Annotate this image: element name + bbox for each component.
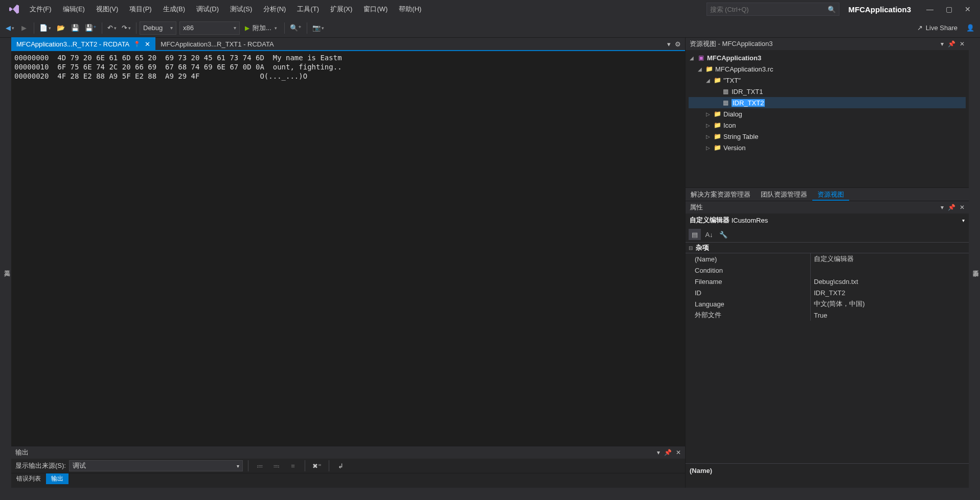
- close-tab-button[interactable]: ✕: [145, 40, 150, 48]
- tree-resource[interactable]: ▦IDR_TXT1: [689, 86, 966, 97]
- tab-dropdown-button[interactable]: ▾: [667, 40, 671, 48]
- right-panel-tab[interactable]: 解决方案资源管理器: [686, 188, 756, 201]
- property-row[interactable]: Language中文(简体，中国): [686, 298, 969, 309]
- panel-pin-button[interactable]: 📌: [948, 40, 955, 47]
- property-value[interactable]: [811, 265, 969, 276]
- account-button[interactable]: 👤: [964, 21, 977, 35]
- output-btn-1[interactable]: ≔: [254, 459, 267, 472]
- editor-tab[interactable]: MFCApplication3...R_TXT2 - RCDATA📍✕: [11, 37, 155, 51]
- right-bottom-tabs: 解决方案资源管理器团队资源管理器资源视图: [686, 187, 969, 201]
- panel-pin-button[interactable]: 📌: [664, 449, 672, 456]
- start-debug-button[interactable]: ▶ 附加... ▾: [241, 23, 281, 33]
- nav-forward-button[interactable]: ▶: [17, 21, 31, 35]
- property-value[interactable]: True: [811, 309, 969, 321]
- right-panel-tab[interactable]: 资源视图: [812, 188, 849, 201]
- panel-pin-button[interactable]: 📌: [948, 204, 955, 211]
- tree-folder-txt[interactable]: ◢📁"TXT": [689, 75, 966, 86]
- menu-item[interactable]: 编辑(E): [58, 3, 90, 16]
- properties-description: (Name): [686, 463, 969, 488]
- properties-panel: 属性 ▾ 📌 ✕ 自定义编辑器 ICustomRes ▾ ▤ A↓ 🔧 ⊟ 杂: [686, 201, 969, 488]
- center-column: MFCApplication3...R_TXT2 - RCDATA📍✕MFCAp…: [11, 38, 685, 488]
- new-item-button[interactable]: 📄▾: [37, 21, 53, 35]
- menu-item[interactable]: 测试(S): [225, 3, 257, 16]
- output-wrap-button[interactable]: ↲: [334, 459, 348, 472]
- panel-close-button[interactable]: ✕: [676, 449, 681, 456]
- save-all-button[interactable]: 💾⁺: [83, 21, 99, 35]
- menu-item[interactable]: 生成(B): [158, 3, 190, 16]
- panel-close-button[interactable]: ✕: [960, 40, 965, 47]
- hex-editor[interactable]: 00000000 4D 79 20 6E 61 6D 65 20 69 73 2…: [11, 51, 685, 446]
- menu-item[interactable]: 文件(F): [25, 3, 57, 16]
- panel-close-button[interactable]: ✕: [960, 204, 965, 211]
- menu-item[interactable]: 调试(D): [191, 3, 224, 16]
- platform-combo[interactable]: x86▾: [179, 21, 240, 35]
- properties-object-combo[interactable]: 自定义编辑器 ICustomRes ▾: [686, 213, 969, 227]
- open-file-button[interactable]: 📂: [54, 21, 67, 35]
- property-value[interactable]: 中文(简体，中国): [811, 298, 969, 309]
- play-icon: ▶: [245, 25, 249, 32]
- redo-button[interactable]: ↷▾: [120, 21, 133, 35]
- output-clear-button[interactable]: ✖⁼: [310, 459, 324, 472]
- diagnostics-strip[interactable]: 诊断工具: [969, 38, 980, 488]
- panel-options-button[interactable]: ▾: [941, 40, 944, 47]
- properties-title: 属性: [690, 203, 941, 212]
- live-share-button[interactable]: ↗ Live Share: [912, 24, 963, 32]
- nav-back-button[interactable]: ◀▾: [3, 21, 16, 35]
- search-box[interactable]: 🔍: [706, 3, 839, 16]
- configuration-combo[interactable]: Debug▾: [140, 21, 176, 35]
- property-value[interactable]: 自定义编辑器: [811, 253, 969, 265]
- prop-pages-button[interactable]: 🔧: [717, 229, 730, 240]
- property-value[interactable]: IDR_TXT2: [811, 287, 969, 298]
- menu-item[interactable]: 扩展(X): [325, 3, 357, 16]
- property-row[interactable]: 外部文件True: [686, 309, 969, 321]
- tab-options-button[interactable]: ⚙: [675, 40, 681, 48]
- find-in-files-button[interactable]: 🔍⁺: [288, 21, 304, 35]
- search-icon: 🔍: [828, 6, 836, 13]
- tree-folder[interactable]: ▷📁String Table: [689, 131, 966, 142]
- menu-item[interactable]: 窗口(W): [358, 3, 393, 16]
- properties-grid[interactable]: ⊟ 杂项 (Name)自定义编辑器ConditionFilenameDebug\…: [686, 242, 969, 463]
- undo-button[interactable]: ↶▾: [105, 21, 119, 35]
- prop-categorized-button[interactable]: ▤: [689, 229, 701, 240]
- property-row[interactable]: (Name)自定义编辑器: [686, 253, 969, 265]
- menu-item[interactable]: 工具(T): [292, 3, 324, 16]
- tree-folder[interactable]: ▷📁Version: [689, 142, 966, 153]
- panel-options-button[interactable]: ▾: [941, 204, 944, 211]
- tree-resource[interactable]: ▦IDR_TXT2: [689, 97, 966, 108]
- right-panel-tab[interactable]: 团队资源管理器: [756, 188, 812, 201]
- output-btn-3[interactable]: ≡: [286, 459, 300, 472]
- resource-tree[interactable]: ◢▣MFCApplication3◢📁MFCApplication3.rc◢📁"…: [686, 50, 969, 187]
- tree-folder[interactable]: ▷📁Dialog: [689, 108, 966, 120]
- close-button[interactable]: ✕: [965, 5, 971, 13]
- camera-button[interactable]: 📷▾: [310, 21, 326, 35]
- menu-item[interactable]: 分析(N): [258, 3, 291, 16]
- output-tab[interactable]: 输出: [46, 473, 69, 484]
- menu-item[interactable]: 项目(P): [124, 3, 156, 16]
- share-icon: ↗: [917, 24, 923, 32]
- prop-alphabetical-button[interactable]: A↓: [703, 229, 715, 240]
- tree-project[interactable]: ◢▣MFCApplication3: [689, 52, 966, 63]
- property-name: (Name): [686, 253, 811, 265]
- property-row[interactable]: Condition: [686, 265, 969, 276]
- property-value[interactable]: Debug\csdn.txt: [811, 276, 969, 287]
- minimize-button[interactable]: —: [926, 5, 933, 13]
- search-input[interactable]: [710, 6, 828, 13]
- save-button[interactable]: 💾: [69, 21, 82, 35]
- tree-rc-file[interactable]: ◢📁MFCApplication3.rc: [689, 63, 966, 75]
- toolbox-strip[interactable]: 工具箱: [0, 38, 11, 488]
- menu-item[interactable]: 帮助(H): [394, 3, 426, 16]
- output-btn-2[interactable]: ≕: [270, 459, 283, 472]
- tree-folder[interactable]: ▷📁Icon: [689, 120, 966, 131]
- property-name: Condition: [686, 265, 811, 276]
- editor-tab[interactable]: MFCApplication3...R_TXT1 - RCDATA: [155, 37, 279, 51]
- properties-category[interactable]: ⊟ 杂项: [686, 242, 969, 253]
- property-row[interactable]: FilenameDebug\csdn.txt: [686, 276, 969, 287]
- pin-icon[interactable]: 📍: [133, 41, 141, 47]
- output-source-combo[interactable]: 调试▾: [69, 460, 243, 471]
- menu-item[interactable]: 视图(V): [91, 3, 123, 16]
- property-row[interactable]: IDIDR_TXT2: [686, 287, 969, 298]
- panel-options-button[interactable]: ▾: [657, 449, 660, 456]
- maximize-button[interactable]: ▢: [946, 5, 952, 13]
- resource-view-panel: 资源视图 - MFCApplication3 ▾ 📌 ✕ ◢▣MFCApplic…: [686, 38, 969, 201]
- output-tab[interactable]: 错误列表: [11, 473, 46, 484]
